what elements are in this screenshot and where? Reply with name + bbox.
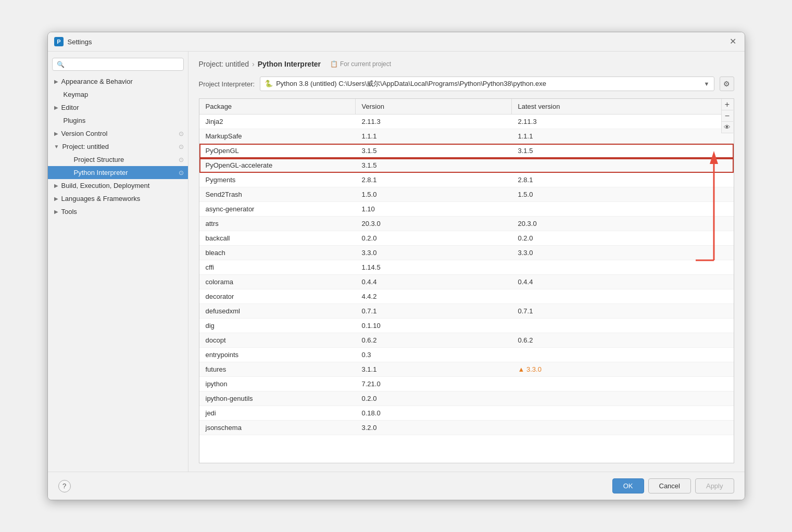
sidebar-item-editor[interactable]: ▶Editor [48,101,188,114]
package-version: 1.5.0 [356,187,512,201]
package-latest: 3.3.0 [512,246,734,260]
sidebar-item-project-untitled[interactable]: ▼Project: untitled⊙ [48,140,188,153]
package-version: 4.4.2 [356,289,512,303]
package-name: bleach [199,246,356,260]
table-row[interactable]: PyOpenGL 3.1.5 3.1.5 [199,144,734,158]
sidebar-item-languages[interactable]: ▶Languages & Frameworks [48,192,188,205]
package-name: attrs [199,217,356,231]
for-current-project: 📋 For current project [330,60,391,68]
table-row[interactable]: defusedxml 0.7.1 0.7.1 [199,304,734,319]
table-row[interactable]: entrypoints 0.3 [199,348,734,362]
package-latest: 20.3.0 [512,217,734,231]
gear-icon: ⚙ [723,80,730,88]
package-latest [512,406,734,420]
package-name: Pygments [199,173,356,187]
package-version: 0.7.1 [356,304,512,318]
eye-button[interactable]: 👁 [722,122,733,133]
package-name: decorator [199,289,356,303]
svg-text:P: P [57,39,60,45]
package-version: 0.1.10 [356,319,512,333]
main-panel: Project: untitled › Python Interpreter 📋… [188,52,745,472]
chevron-down-icon: ▼ [704,81,710,87]
sidebar-item-label: Build, Execution, Deployment [61,182,150,189]
search-icon: 🔍 [57,61,65,68]
interpreter-dropdown[interactable]: 🐍 Python 3.8 (untitled) C:\Users\威尔\AppD… [260,77,714,91]
column-package: Package [199,99,356,114]
sidebar-item-plugins[interactable]: Plugins [48,114,188,127]
package-name: dig [199,319,356,333]
table-row[interactable]: docopt 0.6.2 0.6.2 [199,333,734,348]
table-row[interactable]: ipython 7.21.0 [199,377,734,391]
table-row[interactable]: colorama 0.4.4 0.4.4 [199,275,734,289]
package-latest: 1.5.0 [512,187,734,201]
package-latest [512,158,734,172]
table-body: Jinja2 2.11.3 2.11.3 MarkupSafe 1.1.1 1.… [199,115,734,463]
sidebar-item-appearance[interactable]: ▶Appearance & Behavior [48,75,188,88]
package-latest: 0.7.1 [512,304,734,318]
apply-button[interactable]: Apply [695,478,734,493]
package-version: 2.11.3 [356,115,512,129]
breadcrumb-current: Python Interpreter [258,60,321,68]
copy-icon: ⊙ [179,169,184,176]
add-package-button[interactable]: + [722,99,733,110]
copy-icon: ⊙ [179,130,184,137]
table-row[interactable]: ipython-genutils 0.2.0 [199,391,734,406]
copy-icon: ⊙ [179,143,184,150]
sidebar-item-project-structure[interactable]: Project Structure⊙ [48,153,188,166]
table-row[interactable]: bleach 3.3.0 3.3.0 [199,246,734,260]
expand-arrow: ▶ [54,196,58,201]
search-input[interactable] [68,60,179,68]
sidebar-item-tools[interactable]: ▶Tools [48,205,188,218]
table-row[interactable]: backcall 0.2.0 0.2.0 [199,231,734,246]
remove-package-button[interactable]: − [722,110,733,122]
sidebar-item-version-control[interactable]: ▶Version Control⊙ [48,127,188,140]
table-row[interactable]: PyOpenGL-accelerate 3.1.5 [199,158,734,173]
package-latest: ▲ 3.3.0 [512,362,734,376]
package-version: 20.3.0 [356,217,512,231]
table-row[interactable]: async-generator 1.10 [199,202,734,217]
table-row[interactable]: Jinja2 2.11.3 2.11.3 [199,115,734,129]
settings-dialog: P Settings ✕ 🔍 ▶Appearance & BehaviorKey… [47,32,745,500]
table-row[interactable]: Pygments 2.8.1 2.8.1 [199,173,734,187]
table-row[interactable]: jedi 0.18.0 [199,406,734,421]
sidebar-item-python-interpreter[interactable]: Python Interpreter⊙ [48,166,188,179]
ok-button[interactable]: OK [612,478,644,493]
package-version: 3.1.1 [356,362,512,376]
table-row[interactable]: Send2Trash 1.5.0 1.5.0 [199,187,734,202]
bottom-bar: ? OK Cancel Apply [48,472,745,500]
package-version: 0.18.0 [356,406,512,420]
table-row[interactable]: jsonschema 3.2.0 [199,421,734,435]
package-latest: 0.2.0 [512,231,734,245]
interpreter-settings-button[interactable]: ⚙ [720,77,734,91]
table-row[interactable]: decorator 4.4.2 [199,289,734,304]
package-version: 3.2.0 [356,421,512,435]
table-row[interactable]: cffi 1.14.5 [199,260,734,275]
package-latest [512,202,734,216]
package-version: 3.1.5 [356,144,512,158]
table-row[interactable]: MarkupSafe 1.1.1 1.1.1 [199,129,734,144]
sidebar-item-build-exec[interactable]: ▶Build, Execution, Deployment [48,179,188,192]
close-button[interactable]: ✕ [727,36,738,47]
sidebar-item-keymap[interactable]: Keymap [48,88,188,101]
package-latest: 2.11.3 [512,115,734,129]
copy-icon: ⊙ [179,156,184,163]
package-version: 1.1.1 [356,129,512,143]
sidebar-item-label: Languages & Frameworks [61,195,141,202]
expand-arrow: ▶ [54,79,58,84]
expand-arrow: ▶ [54,131,58,136]
table-row[interactable]: futures 3.1.1 ▲ 3.3.0 [199,362,734,377]
search-box[interactable]: 🔍 [52,58,184,71]
sidebar-item-label: Plugins [64,117,86,124]
content-area: 🔍 ▶Appearance & BehaviorKeymap▶EditorPlu… [48,52,745,472]
table-row[interactable]: dig 0.1.10 [199,319,734,333]
interpreter-name-text: Python 3.8 (untitled) [276,80,336,87]
package-name: Send2Trash [199,187,356,201]
cancel-button[interactable]: Cancel [648,478,691,493]
table-row[interactable]: attrs 20.3.0 20.3.0 [199,217,734,231]
expand-arrow: ▼ [54,144,59,149]
package-version: 0.4.4 [356,275,512,289]
interpreter-name: Python 3.8 (untitled) C:\Users\威尔\AppDat… [276,79,700,88]
expand-arrow: ▶ [54,183,58,188]
help-button[interactable]: ? [58,480,71,492]
package-latest [512,260,734,274]
